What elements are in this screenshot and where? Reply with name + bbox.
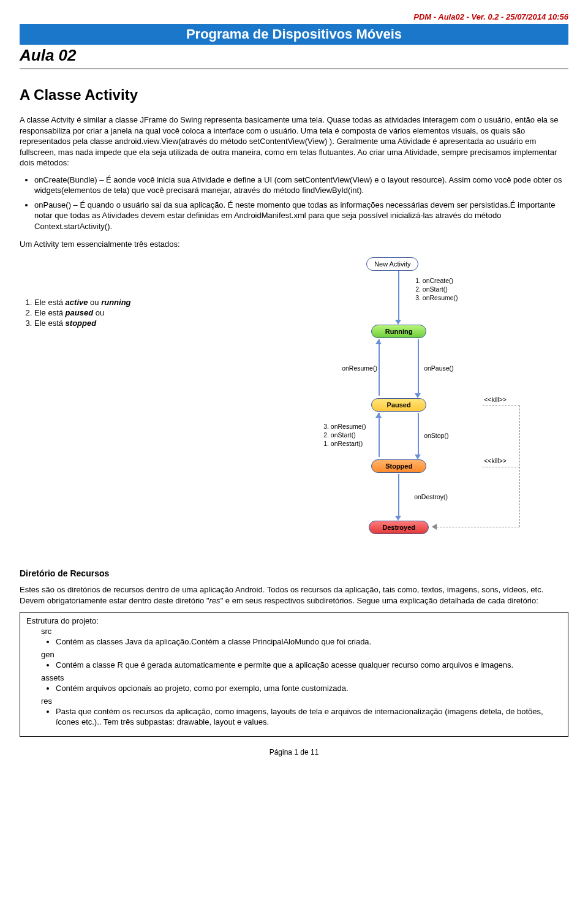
label-onresume: 3. onResume() bbox=[415, 294, 458, 301]
label-onstart: 2. onStart() bbox=[415, 285, 448, 293]
label-onstop: onStop() bbox=[424, 432, 448, 439]
node-running: Running bbox=[371, 325, 426, 338]
label-kill: <<kill>> bbox=[484, 396, 507, 403]
label-oncreate: 1. onCreate() bbox=[415, 277, 453, 284]
states-list: Ele está active ou running Ele está paus… bbox=[34, 298, 250, 328]
divider bbox=[20, 69, 568, 69]
label-onresume2: onResume() bbox=[342, 364, 377, 372]
label-kill2: <<kill>> bbox=[484, 457, 507, 464]
lifecycle-diagram: New Activity 1. onCreate() 2. onStart() … bbox=[281, 257, 538, 551]
label-onpause: onPause() bbox=[424, 364, 453, 372]
list-item: onCreate(Bundle) – É aonde você inicia s… bbox=[34, 175, 568, 196]
lesson-title: Aula 02 bbox=[20, 46, 568, 65]
label-r1: 3. onResume() bbox=[323, 423, 366, 430]
node-stopped: Stopped bbox=[371, 459, 426, 473]
intro-paragraph: A classe Actvity é similar a classe JFra… bbox=[20, 115, 568, 168]
node-destroyed: Destroyed bbox=[369, 521, 429, 534]
dir-src-desc: Contém as classes Java da aplicação.Cont… bbox=[56, 637, 562, 647]
label-r3: 1. onRestart() bbox=[323, 440, 363, 447]
list-item: Ele está active ou running bbox=[34, 298, 250, 307]
section-title: A Classe Activity bbox=[20, 86, 568, 104]
project-structure-box: Estrutura do projeto: src Contém as clas… bbox=[20, 612, 568, 736]
dir-src: src bbox=[41, 627, 562, 636]
dir-gen-desc: Contém a classe R que é gerada automatic… bbox=[56, 660, 562, 671]
dir-res: res bbox=[41, 696, 562, 706]
struct-title: Estrutura do projeto: bbox=[26, 616, 562, 625]
dir-res-desc: Pasta que contém os recursos da aplicaçã… bbox=[56, 707, 562, 728]
resources-title: Diretório de Recursos bbox=[20, 568, 568, 578]
program-title: Programa de Dispositivos Móveis bbox=[20, 24, 568, 45]
node-paused: Paused bbox=[371, 398, 426, 412]
resources-intro: Estes são os diretórios de recursos dent… bbox=[20, 584, 568, 606]
page-footer: Página 1 de 11 bbox=[20, 748, 568, 756]
list-item: onPause() – É quando o usuário sai da su… bbox=[34, 200, 568, 232]
label-r2: 2. onStart() bbox=[323, 431, 356, 439]
node-new-activity: New Activity bbox=[366, 257, 418, 271]
dir-assets: assets bbox=[41, 673, 562, 682]
label-ondestroy: onDestroy() bbox=[414, 493, 448, 500]
list-item: Ele está stopped bbox=[34, 319, 250, 328]
list-item: Ele está paused ou bbox=[34, 308, 250, 317]
dir-assets-desc: Contém arquivos opcionais ao projeto, co… bbox=[56, 684, 562, 694]
doc-meta: PDM - Aula02 - Ver. 0.2 - 25/07/2014 10:… bbox=[20, 12, 568, 21]
methods-list: onCreate(Bundle) – É aonde você inicia s… bbox=[34, 175, 568, 232]
dir-gen: gen bbox=[41, 650, 562, 659]
states-intro: Um Activity tem essencialmente três esta… bbox=[20, 239, 568, 250]
